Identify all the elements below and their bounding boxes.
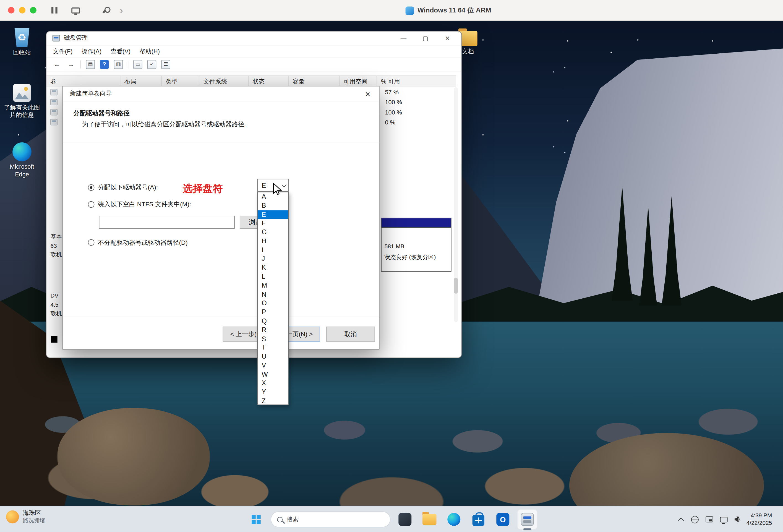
- menu-item[interactable]: 查看(V): [106, 45, 135, 57]
- desktop-icon-edge[interactable]: Microsoft Edge: [4, 143, 40, 178]
- drive-letter-option[interactable]: Z: [258, 397, 288, 405]
- file-explorer-icon: [422, 514, 437, 525]
- check-icon[interactable]: ✓: [147, 60, 156, 69]
- weather-location: 海珠区: [23, 509, 45, 517]
- taskbar-search[interactable]: 搜索: [271, 511, 390, 527]
- volume-icon[interactable]: [734, 517, 739, 523]
- vertical-scrollbar[interactable]: [454, 87, 458, 322]
- drive-letter-option[interactable]: T: [258, 343, 288, 352]
- drive-letter-option[interactable]: K: [258, 263, 288, 272]
- properties-icon[interactable]: ☰: [161, 60, 170, 69]
- drive-letter-option[interactable]: Y: [258, 388, 288, 397]
- desktop-icon-recycle-bin[interactable]: ♻ 回收站: [4, 28, 40, 56]
- microsoft-store-icon: [472, 515, 484, 526]
- drive-letter-option[interactable]: I: [258, 246, 288, 254]
- radio-label-no-assign[interactable]: 不分配驱动器号或驱动器路径(D): [98, 240, 188, 246]
- taskbar-app-edge[interactable]: [444, 509, 464, 529]
- minimize-button[interactable]: —: [393, 32, 414, 45]
- recovery-partition-box[interactable]: 581 MB 状态良好 (恢复分区): [381, 218, 451, 272]
- divider: [63, 142, 380, 143]
- folder-path-input[interactable]: [99, 216, 235, 229]
- active-app-indicator: [523, 528, 531, 530]
- drive-letter-option[interactable]: Q: [258, 317, 288, 325]
- taskbar-app-outlook[interactable]: O: [493, 509, 513, 529]
- drive-letter-option[interactable]: L: [258, 272, 288, 281]
- drive-letter-option[interactable]: S: [258, 334, 288, 343]
- drive-letter-option[interactable]: W: [258, 370, 288, 379]
- cancel-button[interactable]: 取消: [326, 326, 375, 342]
- drive-letter-option[interactable]: V: [258, 361, 288, 370]
- taskbar-weather-widget[interactable]: 海珠区 路况拥堵: [6, 509, 45, 524]
- taskbar: 海珠区 路况拥堵 搜索 O: [0, 506, 783, 532]
- disk-view-icon[interactable]: ▭: [133, 60, 143, 69]
- drive-letter-option[interactable]: E: [258, 210, 288, 219]
- scrollbar-thumb[interactable]: [454, 278, 458, 294]
- details-view-icon[interactable]: ▥: [114, 60, 123, 69]
- start-button[interactable]: [246, 509, 266, 529]
- wizard-titlebar[interactable]: 新建简单卷向导 ✕: [63, 86, 379, 101]
- desktop-icon-learn-picture[interactable]: 了解有关此图片的信息: [4, 84, 40, 119]
- menu-item[interactable]: 文件(F): [49, 45, 77, 57]
- column-header[interactable]: 布局: [120, 76, 162, 86]
- column-header[interactable]: 文件系统: [199, 76, 249, 86]
- drive-letter-option[interactable]: P: [258, 308, 288, 317]
- column-header[interactable]: 卷: [46, 76, 120, 86]
- radio-assign-drive-letter[interactable]: [88, 184, 94, 190]
- wizard-description: 为了便于访问，可以给磁盘分区分配驱动器号或驱动器路径。: [82, 120, 250, 129]
- language-globe-icon[interactable]: [691, 516, 698, 523]
- drive-letter-option[interactable]: O: [258, 299, 288, 308]
- drive-letter-option[interactable]: H: [258, 237, 288, 246]
- partition-color-strip: [381, 218, 451, 227]
- maximize-button[interactable]: ▢: [414, 32, 436, 45]
- disk-info-line: DV: [50, 291, 62, 300]
- wallpaper-boulder-left: [58, 408, 210, 505]
- column-header[interactable]: % 可用: [377, 76, 456, 86]
- drive-letter-option[interactable]: F: [258, 219, 288, 228]
- drive-letter-option[interactable]: M: [258, 281, 288, 290]
- drive-letter-option[interactable]: N: [258, 290, 288, 299]
- network-icon[interactable]: [720, 517, 727, 522]
- drive-letter-option[interactable]: R: [258, 325, 288, 334]
- list-view-icon[interactable]: ▤: [86, 60, 95, 69]
- column-header[interactable]: 状态: [249, 76, 288, 86]
- taskbar-clock[interactable]: 4:39 PM 4/22/2025: [747, 512, 772, 527]
- forward-icon[interactable]: →: [66, 60, 75, 69]
- chevron-right-icon[interactable]: ›: [120, 5, 123, 15]
- close-icon[interactable]: ✕: [357, 86, 379, 101]
- drive-letter-option[interactable]: X: [258, 379, 288, 388]
- menu-item[interactable]: 帮助(H): [135, 45, 164, 57]
- pause-vm-icon[interactable]: [52, 7, 58, 13]
- column-header[interactable]: 类型: [162, 76, 199, 86]
- close-button[interactable]: ✕: [437, 32, 459, 45]
- column-header[interactable]: 容量: [289, 76, 340, 86]
- drive-letter-option[interactable]: U: [258, 352, 288, 361]
- radio-label-assign-letter[interactable]: 分配以下驱动器号(A):: [98, 184, 158, 190]
- pip-icon[interactable]: [706, 517, 713, 523]
- disk0-info: 基本63联机: [50, 232, 62, 259]
- taskbar-app-store[interactable]: [468, 509, 488, 529]
- recycle-bin-icon: ♻: [13, 28, 30, 47]
- zoom-window-button[interactable]: [30, 7, 36, 13]
- volume-icon: [50, 119, 57, 125]
- menu-item[interactable]: 操作(A): [77, 45, 106, 57]
- taskbar-app-disk-management[interactable]: [517, 509, 537, 529]
- drive-letter-option[interactable]: J: [258, 254, 288, 263]
- close-window-button[interactable]: [8, 7, 14, 13]
- volume-free-percent: 57 %: [385, 89, 399, 96]
- radio-mount-ntfs-folder[interactable]: [88, 201, 94, 208]
- macos-titlebar: › Windows 11 64 位 ARM: [0, 0, 783, 21]
- help-icon[interactable]: ?: [100, 60, 109, 69]
- minimize-window-button[interactable]: [19, 7, 25, 13]
- radio-no-assign[interactable]: [88, 239, 94, 246]
- drive-letter-option[interactable]: B: [258, 201, 288, 210]
- back-icon[interactable]: ←: [53, 60, 62, 69]
- screenshot-icon[interactable]: [71, 7, 80, 13]
- disk-management-titlebar[interactable]: 磁盘管理 — ▢ ✕: [46, 32, 462, 45]
- column-header[interactable]: 可用空间: [340, 76, 377, 86]
- tray-chevron-up-icon[interactable]: [678, 518, 684, 523]
- tools-icon[interactable]: [102, 7, 109, 13]
- taskbar-app-widgets[interactable]: [395, 509, 415, 529]
- drive-letter-option[interactable]: G: [258, 228, 288, 237]
- taskbar-app-file-explorer[interactable]: [419, 509, 439, 529]
- radio-label-mount-folder[interactable]: 装入以下空白 NTFS 文件夹中(M):: [98, 201, 191, 208]
